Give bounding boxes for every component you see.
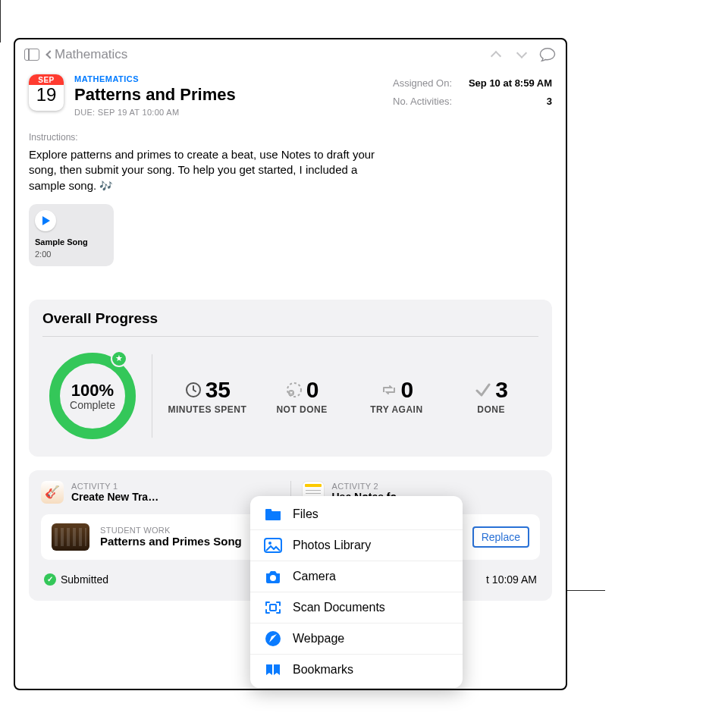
meta-block: Assigned On: Sep 10 at 8:59 AM No. Activ…: [393, 74, 552, 117]
progress-title: Overall Progress: [42, 310, 538, 327]
menu-label: Camera: [293, 570, 336, 583]
chat-bubble-icon: [539, 47, 556, 62]
sample-song-card[interactable]: Sample Song 2:00: [29, 204, 114, 266]
menu-item-files[interactable]: Files: [250, 499, 463, 529]
work-thumbnail: [52, 523, 89, 551]
stat-label: TRY AGAIN: [370, 404, 422, 415]
stat-value: 3: [495, 377, 508, 403]
svg-rect-5: [265, 509, 271, 511]
activities-count-value: 3: [547, 93, 552, 111]
submitted-check-icon: ✓: [44, 573, 56, 586]
attach-source-menu: Files Photos Library Camera Scan Documen…: [250, 496, 463, 688]
chevron-down-icon: [516, 48, 527, 58]
chevron-up-icon: [491, 51, 501, 61]
replace-button[interactable]: Replace: [472, 526, 529, 548]
folder-icon: [264, 507, 282, 522]
stat-value: 35: [206, 377, 231, 403]
stat-try-again: 0 TRY AGAIN: [350, 377, 444, 415]
toolbar: Mathematics: [15, 39, 566, 70]
stat-value: 0: [306, 377, 319, 403]
svg-point-7: [268, 542, 271, 545]
assigned-on-value: Sep 10 at 8:59 AM: [469, 74, 552, 93]
x-circle-icon: [285, 381, 303, 399]
stat-value: 0: [401, 377, 414, 403]
back-label: Mathematics: [55, 47, 127, 62]
messages-button[interactable]: [538, 46, 557, 64]
menu-item-bookmarks[interactable]: Bookmarks: [250, 654, 463, 685]
menu-label: Bookmarks: [293, 663, 353, 677]
menu-label: Photos Library: [293, 539, 371, 552]
divider: [42, 336, 538, 337]
progress-ring: ★ 100% Complete: [47, 350, 138, 441]
due-label: DUE: SEP 19 AT 10:00 AM: [74, 108, 236, 117]
status-time: t 10:09 AM: [486, 573, 537, 586]
scan-icon: [264, 600, 282, 615]
calendar-day: 19: [36, 84, 57, 105]
menu-item-webpage[interactable]: Webpage: [250, 623, 463, 654]
assigned-on-label: Assigned On:: [393, 74, 452, 93]
bookmark-icon: [264, 662, 282, 677]
back-button[interactable]: Mathematics: [47, 47, 127, 62]
status-text: Submitted: [61, 573, 108, 586]
play-button[interactable]: [35, 210, 56, 231]
camera-icon: [264, 569, 282, 584]
stat-label: NOT DONE: [276, 404, 327, 415]
music-notes-icon: 🎶: [99, 180, 112, 192]
callout-line-top: [0, 0, 1, 42]
play-icon: [42, 216, 50, 225]
assignment-title: Patterns and Primes: [74, 85, 236, 105]
progress-sub: Complete: [70, 399, 115, 411]
menu-item-camera[interactable]: Camera: [250, 561, 463, 592]
vertical-divider: [152, 354, 152, 438]
chevron-left-icon: [46, 50, 54, 58]
category-label: MATHEMATICS: [74, 74, 236, 83]
instructions-label: Instructions:: [29, 132, 552, 143]
stat-minutes-spent: 35 MINUTES SPENT: [160, 377, 255, 415]
calendar-month: SEP: [29, 74, 64, 85]
svg-point-8: [270, 575, 276, 581]
activity-label: ACTIVITY 2: [332, 482, 397, 491]
instructions-text: Explore patterns and primes to create a …: [29, 147, 385, 193]
assignment-header: SEP 19 MATHEMATICS Patterns and Primes D…: [29, 70, 552, 117]
activity-label: ACTIVITY 1: [71, 482, 158, 491]
stat-label: MINUTES SPENT: [168, 404, 246, 415]
student-work-label: STUDENT WORK: [100, 526, 242, 535]
clock-icon: [184, 381, 202, 399]
media-title: Sample Song: [35, 237, 108, 247]
activity-item[interactable]: 🎸 ACTIVITY 1 Create New Tra…: [41, 481, 280, 504]
redo-icon: [380, 381, 398, 399]
stat-label: DONE: [477, 404, 505, 415]
next-button[interactable]: [513, 46, 531, 64]
activities-count-label: No. Activities:: [393, 93, 452, 111]
sidebar-toggle-icon[interactable]: [24, 49, 39, 61]
menu-label: Webpage: [293, 632, 344, 645]
overall-progress-card: Overall Progress ★ 100% Complete: [29, 300, 552, 457]
garageband-icon: 🎸: [41, 481, 64, 504]
progress-percent: 100%: [71, 381, 114, 400]
status-time-prefix: t: [486, 573, 489, 586]
media-duration: 2:00: [35, 250, 108, 259]
menu-label: Files: [293, 507, 318, 521]
prev-button[interactable]: [487, 46, 505, 64]
activity-title: Create New Tra…: [71, 491, 158, 503]
student-work-title: Patterns and Primes Song: [100, 535, 242, 548]
menu-label: Scan Documents: [293, 601, 385, 614]
menu-item-photos[interactable]: Photos Library: [250, 529, 463, 561]
stat-done: 3 DONE: [444, 377, 538, 415]
check-icon: [474, 381, 492, 399]
status-time-value: 10:09 AM: [492, 573, 537, 586]
calendar-icon: SEP 19: [29, 74, 64, 111]
photo-icon: [264, 538, 282, 553]
menu-item-scan[interactable]: Scan Documents: [250, 592, 463, 623]
safari-icon: [264, 631, 282, 646]
stat-not-done: 0 NOT DONE: [255, 377, 350, 415]
instructions-body: Explore patterns and primes to create a …: [29, 148, 375, 192]
svg-rect-9: [270, 605, 276, 611]
